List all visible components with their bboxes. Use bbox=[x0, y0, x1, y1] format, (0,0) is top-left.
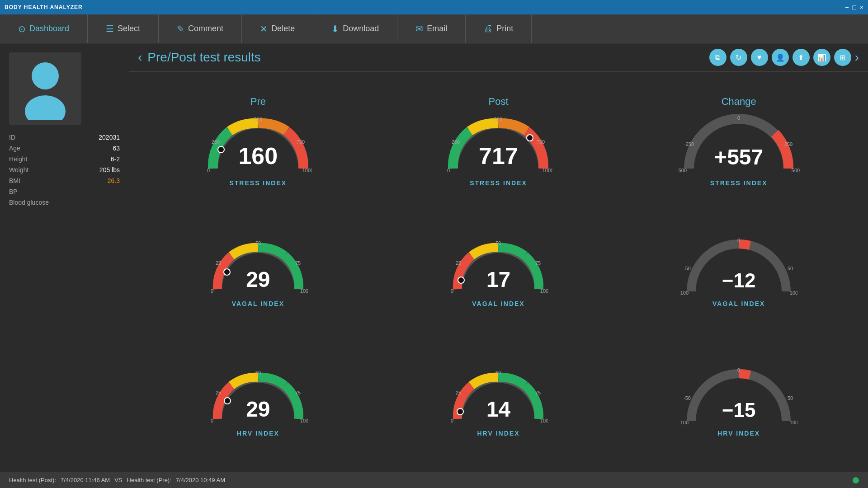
pre-section-title: Pre bbox=[250, 96, 266, 108]
nav-download[interactable]: ⬇ Download bbox=[313, 14, 397, 43]
gauge-pre-stress: Pre bbox=[138, 76, 378, 206]
nav-delete-label: Delete bbox=[271, 24, 295, 33]
svg-text:-100: -100 bbox=[680, 290, 689, 296]
status-bar: Health test (Post): 7/4/2020 11:46 AM VS… bbox=[0, 472, 868, 488]
svg-text:100: 100 bbox=[790, 420, 797, 425]
pre-test-date: 7/4/2020 10:49 AM bbox=[176, 477, 225, 483]
gauge-pre-hrv: 50 25 75 0 100 29 HRV INDEX bbox=[138, 336, 378, 466]
nav-download-label: Download bbox=[343, 24, 379, 33]
svg-point-25 bbox=[458, 277, 464, 283]
info-row-bp: BP bbox=[9, 188, 120, 195]
nav-print-label: Print bbox=[496, 24, 513, 33]
info-row-height: Height 6-2 bbox=[9, 155, 120, 163]
svg-text:-50: -50 bbox=[684, 395, 691, 401]
change-section-title: Change bbox=[722, 96, 756, 108]
svg-text:1000: 1000 bbox=[302, 168, 312, 173]
svg-text:500: 500 bbox=[494, 117, 502, 122]
stress-post-label: STRESS INDEX bbox=[470, 179, 527, 187]
age-value: 63 bbox=[113, 145, 120, 152]
nav-email[interactable]: ✉ Email bbox=[397, 14, 466, 43]
nav-print[interactable]: 🖨 Print bbox=[466, 14, 532, 43]
header-icons: ⧉ ↻ ♥ 👤 ⬆ 📊 ⊞ › bbox=[709, 49, 859, 66]
hrv-post-gauge: 50 25 75 0 100 14 bbox=[448, 365, 548, 428]
nav-comment[interactable]: ✎ Comment bbox=[159, 14, 242, 43]
glucose-label: Blood glucose bbox=[9, 199, 49, 206]
vagal-post-gauge: 50 25 75 0 100 17 bbox=[448, 235, 548, 298]
refresh-icon-button[interactable]: ↻ bbox=[730, 49, 747, 66]
page-title: Pre/Post test results bbox=[147, 50, 261, 65]
info-row-bmi: BMI 26.3 bbox=[9, 177, 120, 184]
info-row-weight: Weight 205 lbs bbox=[9, 166, 120, 174]
maximize-button[interactable]: □ bbox=[852, 4, 856, 11]
hrv-pre-label: HRV INDEX bbox=[237, 430, 279, 437]
grid-icon-button[interactable]: ⊞ bbox=[834, 49, 851, 66]
svg-text:75: 75 bbox=[535, 260, 541, 266]
vagal-post-value: 17 bbox=[486, 267, 510, 292]
svg-text:0: 0 bbox=[211, 418, 213, 423]
minimize-button[interactable]: − bbox=[845, 4, 849, 11]
vagal-pre-value: 29 bbox=[246, 267, 270, 292]
svg-text:50: 50 bbox=[255, 240, 261, 246]
person-icon-button[interactable]: 👤 bbox=[772, 49, 789, 66]
height-value: 6-2 bbox=[111, 155, 120, 163]
post-test-date: 7/4/2020 11:46 AM bbox=[61, 477, 110, 483]
svg-text:25: 25 bbox=[216, 390, 221, 395]
svg-text:-250: -250 bbox=[684, 141, 694, 147]
id-label: ID bbox=[9, 134, 15, 141]
header-left: ‹ Pre/Post test results bbox=[138, 50, 261, 65]
nav-delete[interactable]: ✕ Delete bbox=[242, 14, 313, 43]
nav-comment-label: Comment bbox=[188, 24, 223, 33]
hrv-change-label: HRV INDEX bbox=[717, 430, 760, 437]
svg-point-8 bbox=[527, 135, 533, 141]
bmi-value: 26.3 bbox=[108, 177, 120, 184]
main-layout: ID 202031 Age 63 Height 6-2 Weight 205 l… bbox=[0, 43, 868, 472]
svg-text:50: 50 bbox=[495, 240, 501, 246]
vagal-pre-label: VAGAL INDEX bbox=[232, 300, 284, 307]
stress-pre-gauge: 500 250 750 0 1000 160 bbox=[204, 110, 312, 178]
stress-pre-value: 160 bbox=[238, 142, 278, 169]
status-indicator bbox=[853, 477, 859, 483]
svg-text:250: 250 bbox=[212, 139, 220, 145]
avatar-container bbox=[9, 52, 81, 125]
svg-text:-500: -500 bbox=[677, 168, 687, 173]
svg-text:750: 750 bbox=[297, 139, 305, 145]
content: ‹ Pre/Post test results ⧉ ↻ ♥ 👤 ⬆ 📊 ⊞ › … bbox=[129, 43, 868, 472]
hrv-pre-gauge: 50 25 75 0 100 29 bbox=[208, 365, 308, 428]
stress-post-gauge: 500 250 750 0 1000 717 bbox=[444, 110, 552, 178]
upload-icon-button[interactable]: ⬆ bbox=[793, 49, 810, 66]
svg-text:75: 75 bbox=[535, 390, 541, 395]
stress-change-gauge: 0 -250 250 -500 500 +557 bbox=[675, 110, 802, 178]
post-test-label: Health test (Post): bbox=[9, 477, 56, 483]
nav-dashboard[interactable]: ⊙ Dashboard bbox=[0, 14, 88, 43]
window-controls: − □ × bbox=[845, 4, 863, 11]
heart-icon-button[interactable]: ♥ bbox=[751, 49, 768, 66]
svg-text:50: 50 bbox=[788, 395, 793, 401]
svg-point-0 bbox=[32, 62, 59, 89]
gauge-post-vagal: 50 25 75 0 100 17 VAGAL INDEX bbox=[378, 206, 619, 336]
svg-text:50: 50 bbox=[788, 266, 793, 271]
svg-text:250: 250 bbox=[784, 141, 793, 147]
vagal-pre-gauge: 50 25 75 0 100 29 bbox=[208, 235, 308, 298]
svg-text:500: 500 bbox=[254, 117, 262, 122]
vagal-change-label: VAGAL INDEX bbox=[712, 300, 765, 307]
svg-text:1000: 1000 bbox=[542, 168, 552, 173]
nav-select[interactable]: ☰ Select bbox=[88, 14, 159, 43]
svg-text:100: 100 bbox=[790, 290, 797, 296]
svg-text:-50: -50 bbox=[684, 266, 691, 271]
close-button[interactable]: × bbox=[860, 4, 863, 11]
svg-point-1 bbox=[25, 95, 66, 120]
app-title: BODY HEALTH ANALYZER bbox=[5, 4, 83, 10]
svg-text:50: 50 bbox=[255, 370, 261, 375]
svg-text:50: 50 bbox=[495, 370, 501, 375]
forward-button[interactable]: › bbox=[855, 49, 859, 66]
back-button[interactable]: ‹ bbox=[138, 50, 142, 65]
chart-icon-button[interactable]: 📊 bbox=[813, 49, 830, 66]
gauge-change-vagal: 0 -50 50 -100 100 −12 VAGAL INDEX bbox=[618, 206, 859, 336]
copy-icon-button[interactable]: ⧉ bbox=[709, 49, 726, 66]
gauge-change-stress: Change 0 -250 250 -500 500 +557 bbox=[618, 76, 859, 206]
hrv-pre-value: 29 bbox=[246, 397, 270, 422]
svg-text:750: 750 bbox=[537, 139, 545, 145]
vs-label: VS bbox=[114, 477, 122, 483]
svg-point-19 bbox=[224, 269, 230, 275]
hrv-post-value: 14 bbox=[486, 397, 510, 422]
